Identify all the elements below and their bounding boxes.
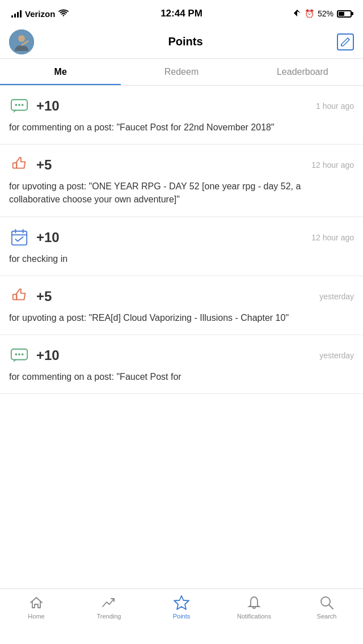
points-time: 12 hour ago [311, 233, 354, 242]
points-item-left: +10 [9, 227, 60, 248]
battery-icon [337, 10, 352, 18]
nav-item-trending[interactable]: Trending [73, 595, 145, 620]
alarm-icon: ⏰ [305, 9, 314, 18]
points-list: +10 1 hour ago for commenting on a post:… [0, 86, 363, 394]
points-item: +5 12 hour ago for upvoting a post: "ONE… [0, 145, 363, 217]
points-item-left: +10 [9, 345, 60, 366]
svg-point-5 [15, 104, 17, 106]
points-item-header: +5 yesterday [9, 286, 354, 307]
nav-item-home[interactable]: Home [0, 595, 73, 620]
carrier-label: Verizon [25, 9, 55, 19]
avatar[interactable] [9, 29, 34, 54]
tab-me[interactable]: Me [0, 59, 121, 85]
bottom-nav: Home Trending Points Notifications [0, 588, 363, 644]
compose-button[interactable] [337, 33, 354, 50]
points-value: +10 [36, 98, 60, 114]
nav-label-home: Home [28, 613, 44, 620]
wifi-icon [58, 9, 69, 19]
points-item-header: +10 12 hour ago [9, 227, 354, 248]
points-item: +10 12 hour ago for checking in [0, 217, 363, 276]
nav-label-notifications: Notifications [237, 613, 271, 620]
points-item-left: +10 [9, 96, 60, 116]
search-icon [319, 595, 335, 611]
points-time: yesterday [319, 292, 354, 301]
tab-redeem[interactable]: Redeem [121, 59, 242, 85]
points-description: for upvoting a post: "REA[d] Cloud Vapor… [9, 311, 354, 324]
page-title: Points [168, 35, 202, 48]
points-time: 1 hour ago [316, 101, 354, 111]
points-item: +5 yesterday for upvoting a post: "REA[d… [0, 276, 363, 335]
svg-line-20 [329, 605, 333, 609]
points-item-header: +10 1 hour ago [9, 96, 354, 116]
points-item: +10 1 hour ago for commenting on a post:… [0, 86, 363, 145]
tab-leaderboard[interactable]: Leaderboard [242, 59, 363, 85]
svg-point-16 [18, 353, 20, 355]
points-item-header: +5 12 hour ago [9, 155, 354, 175]
svg-rect-9 [12, 231, 27, 244]
points-description: for commenting on a post: "Faucet Post f… [9, 121, 354, 134]
thumbup-icon [9, 155, 29, 175]
points-item: +10 yesterday for commenting on a post: … [0, 335, 363, 394]
points-item-left: +5 [9, 155, 52, 175]
points-description: for checking in [9, 252, 354, 265]
trending-icon [101, 595, 117, 611]
nav-label-search: Search [317, 613, 337, 620]
points-time: 12 hour ago [311, 160, 354, 170]
svg-point-7 [22, 104, 24, 106]
checkin-icon [9, 227, 29, 248]
svg-rect-8 [13, 163, 17, 168]
svg-point-6 [18, 104, 20, 106]
status-left: Verizon [11, 9, 69, 19]
status-right: ⏰ 52% [293, 9, 352, 19]
points-value: +5 [36, 289, 52, 304]
points-item-header: +10 yesterday [9, 345, 354, 366]
points-description: for commenting on a post: "Faucet Post f… [9, 370, 354, 383]
status-bar: Verizon 12:44 PM ⏰ 52% [0, 0, 363, 25]
svg-marker-18 [174, 596, 189, 609]
points-nav-icon [174, 595, 189, 611]
home-icon [28, 595, 44, 611]
header: Points [0, 25, 363, 59]
nav-label-trending: Trending [96, 613, 121, 620]
location-icon [293, 9, 301, 19]
points-value: +10 [36, 348, 60, 363]
svg-rect-13 [13, 294, 17, 299]
svg-point-15 [15, 353, 17, 355]
points-description: for upvoting a post: "ONE YEAR RPG - DAY… [9, 180, 354, 206]
points-value: +10 [36, 230, 60, 245]
status-time: 12:44 PM [161, 8, 202, 19]
battery-percent: 52% [318, 9, 334, 18]
content-area: +10 1 hour ago for commenting on a post:… [0, 86, 363, 450]
nav-label-points: Points [173, 613, 191, 620]
svg-point-2 [18, 35, 25, 42]
notifications-icon [246, 595, 262, 611]
tabs-bar: Me Redeem Leaderboard [0, 59, 363, 86]
svg-point-17 [22, 353, 24, 355]
points-time: yesterday [319, 351, 354, 360]
signal-icon [11, 10, 22, 18]
points-value: +5 [36, 157, 52, 173]
thumbup-icon [9, 286, 29, 307]
comment-icon [9, 345, 29, 366]
points-item-left: +5 [9, 286, 52, 307]
nav-item-points[interactable]: Points [145, 595, 218, 620]
nav-item-notifications[interactable]: Notifications [218, 595, 290, 620]
comment-icon [9, 96, 29, 116]
nav-item-search[interactable]: Search [290, 595, 363, 620]
